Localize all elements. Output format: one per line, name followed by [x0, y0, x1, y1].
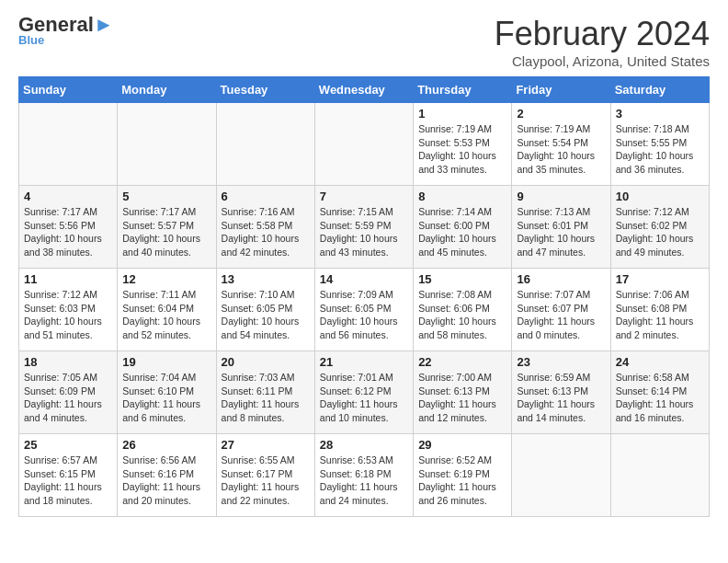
cell-text: and 0 minutes.	[517, 328, 605, 342]
day-number: 19	[122, 355, 210, 369]
calendar-header-row: Sunday Monday Tuesday Wednesday Thursday…	[19, 77, 710, 103]
day-number: 4	[24, 190, 112, 203]
cell-text: Sunset: 5:53 PM	[418, 136, 506, 150]
header: General► Blue February 2024 Claypool, Ar…	[18, 15, 710, 69]
cell-text: and 45 minutes.	[418, 246, 506, 259]
table-row: 16Sunrise: 7:07 AMSunset: 6:07 PMDayligh…	[512, 269, 610, 351]
logo-text: General►	[18, 15, 114, 35]
cell-text: Sunrise: 6:56 AM	[122, 454, 210, 467]
cell-text: and 43 minutes.	[320, 246, 408, 259]
cell-text: and 26 minutes.	[418, 494, 506, 508]
calendar-week-row: 18Sunrise: 7:05 AMSunset: 6:09 PMDayligh…	[19, 351, 710, 434]
cell-text: Sunset: 6:02 PM	[616, 219, 704, 233]
table-row	[19, 103, 118, 186]
cell-text: Daylight: 11 hours	[320, 480, 408, 494]
cell-text: and 20 minutes.	[122, 494, 210, 508]
table-row: 28Sunrise: 6:53 AMSunset: 6:18 PMDayligh…	[314, 434, 413, 517]
cell-text: Sunset: 6:15 PM	[24, 467, 112, 481]
cell-text: Sunset: 6:05 PM	[222, 302, 310, 316]
cell-text: Sunset: 6:03 PM	[24, 302, 112, 316]
cell-text: Sunset: 6:19 PM	[418, 467, 506, 481]
cell-text: Sunset: 6:11 PM	[222, 385, 310, 398]
logo-subtext: Blue	[18, 33, 44, 47]
day-number: 23	[517, 355, 605, 369]
cell-text: Daylight: 10 hours	[418, 315, 506, 328]
cell-text: and 49 minutes.	[616, 246, 704, 259]
day-number: 6	[222, 190, 310, 203]
day-number: 18	[24, 355, 112, 369]
cell-text: Daylight: 10 hours	[222, 315, 310, 328]
cell-text: and 42 minutes.	[222, 246, 310, 259]
table-row: 13Sunrise: 7:10 AMSunset: 6:05 PMDayligh…	[216, 269, 314, 351]
cell-text: Daylight: 11 hours	[517, 315, 605, 328]
cell-text: Sunrise: 7:14 AM	[418, 205, 506, 219]
cell-text: Daylight: 11 hours	[24, 397, 112, 411]
cell-text: and 54 minutes.	[222, 328, 310, 342]
table-row: 29Sunrise: 6:52 AMSunset: 6:19 PMDayligh…	[414, 434, 512, 517]
cell-text: Sunrise: 7:16 AM	[222, 205, 310, 219]
month-title: February 2024	[495, 15, 710, 53]
table-row: 22Sunrise: 7:00 AMSunset: 6:13 PMDayligh…	[414, 351, 512, 434]
cell-text: Sunrise: 7:05 AM	[24, 371, 112, 385]
day-number: 14	[320, 272, 408, 286]
table-row: 9Sunrise: 7:13 AMSunset: 6:01 PMDaylight…	[512, 186, 610, 269]
cell-text: Sunrise: 6:58 AM	[616, 371, 704, 385]
cell-text: and 14 minutes.	[517, 411, 605, 425]
calendar-week-row: 11Sunrise: 7:12 AMSunset: 6:03 PMDayligh…	[19, 269, 710, 351]
cell-text: Sunset: 6:13 PM	[517, 385, 605, 398]
day-number: 9	[517, 190, 605, 203]
cell-text: Daylight: 11 hours	[616, 397, 704, 411]
cell-text: and 12 minutes.	[418, 411, 506, 425]
table-row: 20Sunrise: 7:03 AMSunset: 6:11 PMDayligh…	[216, 351, 314, 434]
day-number: 21	[320, 355, 408, 369]
day-number: 28	[320, 438, 408, 452]
cell-text: Sunrise: 7:08 AM	[418, 288, 506, 302]
table-row: 2Sunrise: 7:19 AMSunset: 5:54 PMDaylight…	[512, 103, 610, 186]
cell-text: Daylight: 10 hours	[418, 149, 506, 163]
col-tuesday: Tuesday	[216, 77, 314, 103]
cell-text: and 35 minutes.	[517, 163, 605, 177]
cell-text: Sunrise: 7:07 AM	[517, 288, 605, 302]
cell-text: and 22 minutes.	[222, 494, 310, 508]
cell-text: Daylight: 10 hours	[418, 232, 506, 246]
table-row: 24Sunrise: 6:58 AMSunset: 6:14 PMDayligh…	[610, 351, 709, 434]
table-row: 10Sunrise: 7:12 AMSunset: 6:02 PMDayligh…	[610, 186, 709, 269]
cell-text: Sunset: 6:09 PM	[24, 385, 112, 398]
calendar-week-row: 4Sunrise: 7:17 AMSunset: 5:56 PMDaylight…	[19, 186, 710, 269]
cell-text: Sunrise: 7:13 AM	[517, 205, 605, 219]
table-row: 27Sunrise: 6:55 AMSunset: 6:17 PMDayligh…	[216, 434, 314, 517]
cell-text: Daylight: 10 hours	[320, 315, 408, 328]
cell-text: Daylight: 11 hours	[24, 480, 112, 494]
day-number: 20	[222, 355, 310, 369]
day-number: 8	[418, 190, 506, 203]
table-row: 17Sunrise: 7:06 AMSunset: 6:08 PMDayligh…	[610, 269, 709, 351]
cell-text: and 6 minutes.	[122, 411, 210, 425]
table-row: 21Sunrise: 7:01 AMSunset: 6:12 PMDayligh…	[314, 351, 413, 434]
table-row: 15Sunrise: 7:08 AMSunset: 6:06 PMDayligh…	[414, 269, 512, 351]
col-friday: Friday	[512, 77, 610, 103]
day-number: 15	[418, 272, 506, 286]
table-row: 7Sunrise: 7:15 AMSunset: 5:59 PMDaylight…	[314, 186, 413, 269]
cell-text: and 47 minutes.	[517, 246, 605, 259]
cell-text: Daylight: 10 hours	[24, 232, 112, 246]
cell-text: Sunrise: 7:09 AM	[320, 288, 408, 302]
cell-text: Sunrise: 6:59 AM	[517, 371, 605, 385]
day-number: 12	[122, 272, 210, 286]
cell-text: Sunset: 6:12 PM	[320, 385, 408, 398]
cell-text: Daylight: 10 hours	[616, 149, 704, 163]
cell-text: and 33 minutes.	[418, 163, 506, 177]
cell-text: Sunrise: 7:15 AM	[320, 205, 408, 219]
day-number: 24	[616, 355, 704, 369]
cell-text: Sunset: 5:54 PM	[517, 136, 605, 150]
day-number: 26	[122, 438, 210, 452]
cell-text: Sunset: 6:01 PM	[517, 219, 605, 233]
table-row: 19Sunrise: 7:04 AMSunset: 6:10 PMDayligh…	[118, 351, 216, 434]
cell-text: and 18 minutes.	[24, 494, 112, 508]
day-number: 25	[24, 438, 112, 452]
cell-text: Sunrise: 7:17 AM	[122, 205, 210, 219]
cell-text: Sunrise: 7:19 AM	[517, 122, 605, 136]
cell-text: Sunset: 6:04 PM	[122, 302, 210, 316]
cell-text: Daylight: 11 hours	[616, 315, 704, 328]
table-row: 1Sunrise: 7:19 AMSunset: 5:53 PMDaylight…	[414, 103, 512, 186]
table-row: 14Sunrise: 7:09 AMSunset: 6:05 PMDayligh…	[314, 269, 413, 351]
